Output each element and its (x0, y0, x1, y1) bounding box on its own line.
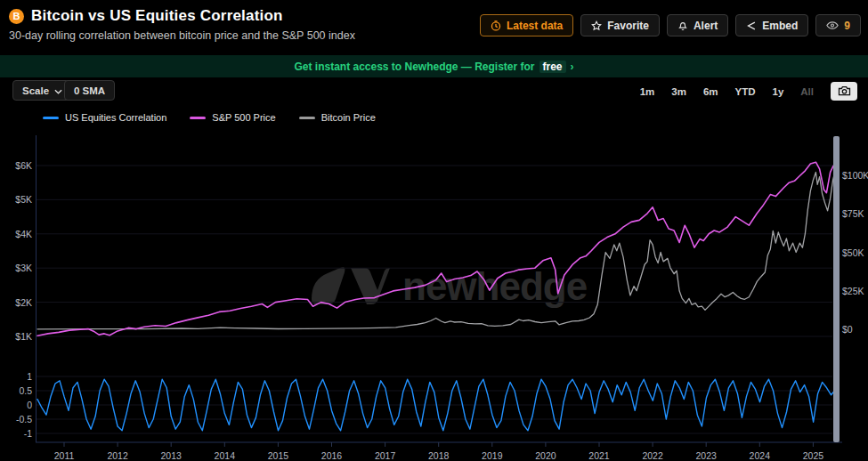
x-axis-label: 2017 (375, 450, 395, 461)
y-axis-label: 1 (27, 371, 32, 382)
y-axis-label: $75K (842, 208, 864, 219)
x-axis-label: 2011 (54, 450, 75, 461)
x-axis-label: 2012 (107, 450, 127, 461)
x-axis-label: 2016 (321, 450, 342, 461)
x-axis-label: 2015 (268, 450, 288, 461)
x-axis-label: 2019 (482, 450, 502, 461)
y-axis-label: $100K (842, 170, 868, 181)
x-axis-label: 2025 (803, 450, 823, 461)
y-axis-label: $4K (15, 229, 32, 239)
x-axis-label: 2024 (750, 450, 770, 461)
price-and-correlation-chart[interactable] (0, 0, 868, 461)
y-axis-label: $50K (842, 247, 864, 258)
x-axis-label: 2020 (535, 450, 556, 461)
y-axis-label: $0 (842, 324, 853, 335)
y-axis-label: $6K (15, 160, 32, 171)
y-axis-label: $2K (15, 297, 32, 308)
y-axis-label: 0 (27, 400, 32, 410)
x-axis-label: 2014 (215, 450, 235, 461)
x-axis-label: 2023 (696, 450, 717, 461)
y-axis-label: $5K (15, 194, 32, 205)
y-axis-label: -1 (24, 428, 32, 439)
x-axis-label: 2022 (642, 450, 662, 461)
x-axis-label: 2018 (428, 450, 449, 461)
y-axis-label: $3K (15, 263, 32, 273)
x-axis-label: 2021 (588, 450, 609, 461)
y-axis-label: $25K (842, 286, 864, 296)
y-axis-label: $1K (15, 331, 32, 342)
y-axis-label: -0.5 (16, 414, 32, 425)
sp500-price-line (37, 162, 836, 336)
chart-scrollbar[interactable] (833, 136, 840, 442)
y-axis-label: 0.5 (19, 385, 32, 396)
newhedge-chart-page: B Bitcoin vs US Equities Correlation 30-… (0, 0, 868, 461)
bitcoin-price-line (37, 169, 836, 329)
x-axis-label: 2013 (161, 450, 182, 461)
